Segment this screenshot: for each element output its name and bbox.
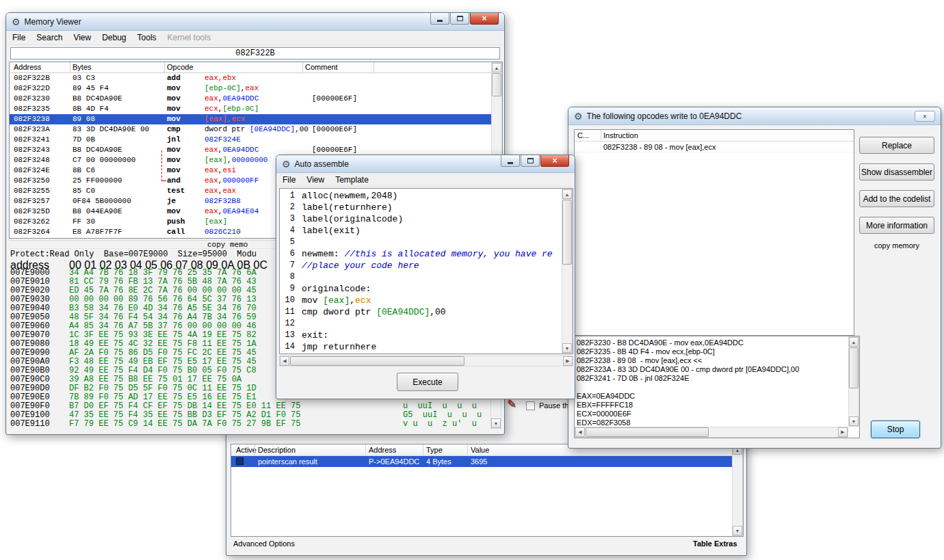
script-line[interactable]: 10mov [eax],ecx (281, 295, 560, 306)
extra-info-vscrollbar[interactable]: ▲ ▼ (848, 336, 859, 427)
disasm-address: 082F3235 (14, 104, 50, 114)
minimize-button[interactable] (430, 13, 449, 25)
scroll-left-icon[interactable]: ◀ (280, 356, 289, 366)
script-line[interactable]: 3label(originalcode) (281, 213, 560, 225)
active-checkbox[interactable] (236, 457, 244, 465)
col-type[interactable]: Type (426, 446, 443, 454)
menu-view[interactable]: View (68, 31, 96, 44)
script-line[interactable]: 13exit: (281, 330, 560, 341)
editor-vscrollbar[interactable]: ▲ ▼ (562, 189, 573, 354)
scroll-thumb[interactable] (586, 427, 709, 437)
script-line[interactable]: 2label(returnhere) (281, 202, 560, 213)
col-active[interactable]: Active (236, 446, 257, 454)
execute-button[interactable]: Execute (397, 373, 458, 391)
extra-info-hscrollbar[interactable]: ◀ ▶ (575, 427, 848, 438)
script-line[interactable]: 6newmem: //this is allocated memory, you… (281, 248, 560, 260)
scroll-right-icon[interactable]: ▶ (838, 427, 848, 437)
menu-search[interactable]: Search (31, 31, 68, 44)
table-extras-link[interactable]: Table Extras (693, 539, 737, 548)
stop-button[interactable]: Stop (871, 421, 920, 438)
script-line[interactable]: 8 (281, 271, 560, 283)
col-address[interactable]: Address (369, 446, 396, 454)
col-bytes[interactable]: Bytes (73, 63, 92, 71)
disasm-row[interactable]: 082F323889 08mov[eax],ecx (10, 114, 493, 124)
opcode-list-item[interactable]: 082F3238 - 89 08 - mov [eax],ecx (575, 142, 854, 152)
scroll-up-icon[interactable]: ▲ (849, 337, 858, 347)
col-description[interactable]: Description (258, 446, 296, 454)
line-number: 9 (281, 283, 295, 295)
col-count[interactable]: C... (577, 131, 589, 139)
scroll-thumb[interactable] (492, 73, 501, 96)
scroll-down-icon[interactable]: ▼ (849, 416, 858, 426)
menu-file[interactable]: File (277, 174, 301, 186)
opcodes-window-titlebar[interactable]: ⚙ The following opcodes write to 0EA94DD… (568, 107, 941, 125)
disasm-address: 082F323A (14, 124, 50, 135)
address-table-row[interactable]: pointerscan resultP->0EA94DDC4 Bytes3695 (231, 456, 743, 467)
menu-tools[interactable]: Tools (132, 31, 162, 44)
disasm-mnemonic: and (167, 176, 181, 186)
script-line[interactable]: 12 (281, 318, 560, 330)
disasm-row[interactable]: 082F3230B8 DC4DA90Emoveax,0EA94DDC[00000… (10, 94, 493, 104)
script-line[interactable]: 14jmp returnhere (281, 341, 560, 353)
close-button[interactable]: × (540, 155, 569, 167)
disasm-row[interactable]: 082F32358B 4D F4movecx,[ebp-0C] (10, 104, 493, 114)
line-number: 10 (281, 295, 295, 306)
scroll-thumb[interactable] (562, 200, 572, 265)
menu-file[interactable]: File (7, 31, 31, 44)
minimize-button[interactable] (501, 155, 520, 167)
menu-view[interactable]: View (301, 174, 330, 186)
scroll-right-icon[interactable]: ▶ (563, 356, 573, 366)
show-disassembler-button[interactable]: Show disassembler (859, 163, 934, 181)
address-list-scrollbar[interactable]: ▲ ▼ (732, 444, 743, 536)
disasm-row[interactable]: 082F322D89 45 F4mov[ebp-0C],eax (10, 83, 493, 94)
close-button[interactable]: × (915, 111, 935, 122)
col-comment[interactable]: Comment (305, 63, 338, 71)
menu-template[interactable]: Template (330, 174, 374, 186)
script-editor[interactable]: 1alloc(newmem,2048)2label(returnhere)3la… (279, 188, 573, 354)
opcode-list-header: C... Instruction (575, 130, 854, 142)
menu-debug[interactable]: Debug (96, 31, 131, 44)
maximize-button[interactable] (521, 155, 540, 167)
col-value[interactable]: Value (471, 446, 489, 454)
address-bar-input[interactable]: 082F322B (10, 47, 500, 59)
scroll-down-icon[interactable]: ▼ (491, 418, 501, 428)
scroll-thumb[interactable] (849, 347, 858, 388)
maximize-button[interactable] (450, 13, 469, 25)
minimize-icon (508, 162, 513, 164)
scroll-down-icon[interactable]: ▼ (562, 343, 572, 353)
address-list-panel[interactable]: Active Description Address Type Value po… (231, 444, 744, 537)
col-opcode[interactable]: Opcode (167, 63, 194, 71)
close-button[interactable]: × (470, 13, 499, 25)
script-line[interactable]: 9originalcode: (281, 283, 560, 295)
auto-assemble-window[interactable]: ⚙ Auto assemble × File View Template 1al… (276, 155, 575, 399)
memory-viewer-titlebar[interactable]: ⚙ Memory Viewer (6, 13, 504, 31)
window-title: Memory Viewer (25, 17, 81, 27)
opcode-list-panel[interactable]: C... Instruction 082F3238 - 89 08 - mov … (574, 129, 854, 336)
advanced-options-link[interactable]: Advanced Options (233, 539, 295, 548)
disasm-row[interactable]: 082F322B03 C3addeax,ebx (10, 73, 493, 83)
opcodes-write-window[interactable]: ⚙ The following opcodes write to 0EA94DD… (568, 107, 941, 449)
col-instruction[interactable]: Instruction (603, 131, 638, 139)
script-line[interactable]: 11cmp dword ptr [0EA94DDC],00 (281, 306, 560, 318)
script-line[interactable]: 5 (281, 237, 560, 248)
editor-hscrollbar[interactable]: ◀ ▶ (279, 356, 573, 366)
disasm-row[interactable]: 082F3243B8 DC4DA90Emoveax,0EA94DDC[00000… (10, 145, 493, 155)
disasm-row[interactable]: 082F323A83 3D DC4DA90E 00cmpdword ptr [0… (10, 124, 493, 135)
more-information-button[interactable]: More information (859, 217, 934, 234)
add-to-codelist-button[interactable]: Add to the codelist (859, 190, 934, 207)
disasm-mnemonic: mov (167, 114, 181, 124)
col-address[interactable]: Address (14, 63, 41, 71)
script-line[interactable]: 1alloc(newmem,2048) (281, 190, 560, 202)
scroll-thumb[interactable] (290, 356, 464, 366)
extra-info-panel[interactable]: 082F3230 - B8 DC4DA90E - mov eax,0EA94DD… (574, 336, 860, 438)
pause-checkbox[interactable] (526, 401, 535, 410)
scroll-left-icon[interactable]: ◀ (575, 427, 585, 437)
hex-row[interactable]: 007E9110F7 79 EE 75 C9 14 EE 75 DA 7A F0… (6, 420, 500, 429)
replace-button[interactable]: Replace (859, 137, 934, 154)
script-line[interactable]: 4label(exit) (281, 225, 560, 237)
scroll-up-icon[interactable]: ▲ (492, 63, 501, 72)
scroll-down-icon[interactable]: ▼ (733, 526, 742, 535)
disasm-row[interactable]: 082F32417D 0Bjnl082F324E (10, 135, 493, 145)
script-line[interactable]: 7//place your code here (281, 260, 560, 271)
scroll-up-icon[interactable]: ▲ (562, 189, 572, 199)
